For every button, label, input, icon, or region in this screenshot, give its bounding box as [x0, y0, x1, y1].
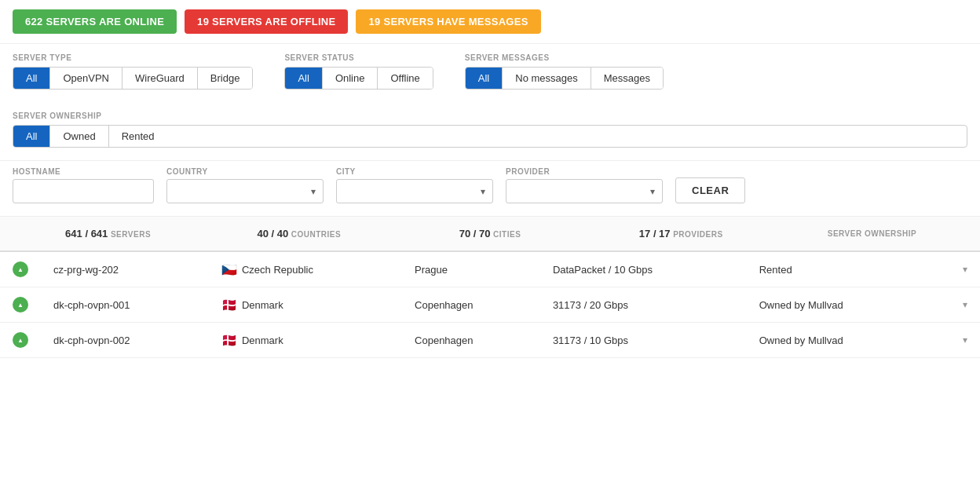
flag-icon: 🇨🇿	[221, 262, 237, 277]
server-messages-all-button[interactable]: All	[466, 68, 503, 89]
servers-count: 641 / 641	[65, 228, 108, 240]
status-dot	[13, 261, 28, 277]
offline-status-button[interactable]: 19 SERVERS ARE OFFLINE	[185, 9, 348, 34]
table-row: cz-prg-wg-202 🇨🇿 Czech Republic Prague D…	[0, 252, 980, 287]
chevron-down-icon[interactable]: ▾	[963, 299, 967, 310]
hostname-filter-block: HOSTNAME	[13, 167, 154, 203]
cities-label: CITIES	[493, 230, 521, 239]
server-messages-filter: SERVER MESSAGES All No messages Messages	[465, 53, 664, 90]
stats-countries: 40 / 40 COUNTRIES	[203, 223, 394, 244]
server-type-all-button[interactable]: All	[13, 68, 50, 89]
top-status-bar: 622 SERVERS ARE ONLINE 19 SERVERS ARE OF…	[0, 0, 980, 43]
server-status-offline-button[interactable]: Offline	[378, 68, 432, 89]
server-ownership-label: SERVER OWNERSHIP	[13, 112, 967, 120]
ownership-rented-button[interactable]: Rented	[109, 126, 167, 147]
ownership-value: Rented	[759, 264, 792, 276]
city-cell: Copenhagen	[402, 323, 540, 358]
server-messages-btn-group: All No messages Messages	[465, 67, 664, 90]
city-select[interactable]	[336, 179, 493, 203]
hostname-input[interactable]	[13, 179, 154, 203]
ownership-value: Owned by Mullvad	[759, 299, 843, 311]
ownership-cell: Rented ▾	[747, 252, 980, 287]
city-filter-block: CITY	[336, 167, 493, 203]
server-status-filter: SERVER STATUS All Online Offline	[284, 53, 433, 90]
ownership-value: Owned by Mullvad	[759, 335, 843, 346]
country-select[interactable]	[166, 179, 324, 203]
ownership-cell: Owned by Mullvad ▾	[747, 287, 980, 323]
online-status-button[interactable]: 622 SERVERS ARE ONLINE	[13, 9, 177, 34]
flag-icon: 🇩🇰	[221, 333, 237, 348]
filter-group-row1: SERVER TYPE All OpenVPN WireGuard Bridge…	[13, 53, 967, 90]
provider-cell: DataPacket / 10 Gbps	[540, 252, 747, 287]
table-row: dk-cph-ovpn-001 🇩🇰 Denmark Copenhagen 31…	[0, 287, 980, 323]
chevron-down-icon[interactable]: ▾	[963, 264, 967, 275]
server-messages-none-button[interactable]: No messages	[503, 68, 591, 89]
hostname-cell: dk-cph-ovpn-001	[41, 287, 209, 323]
provider-label: PROVIDER	[506, 167, 663, 176]
country-cell: 🇩🇰 Denmark	[209, 323, 402, 358]
server-type-bridge-button[interactable]: Bridge	[198, 68, 253, 89]
hostname-cell: dk-cph-ovpn-002	[41, 323, 209, 358]
server-status-all-button[interactable]: All	[285, 68, 322, 89]
provider-cell: 31173 / 20 Gbps	[540, 287, 747, 323]
stats-cities: 70 / 70 CITIES	[394, 223, 585, 244]
country-name: Denmark	[242, 335, 283, 346]
search-section: HOSTNAME COUNTRY CITY PROVIDER CLEAR	[0, 160, 980, 216]
server-type-btn-group: All OpenVPN WireGuard Bridge	[13, 67, 253, 90]
stats-servers: 641 / 641 SERVERS	[13, 223, 203, 244]
providers-count: 17 / 17	[639, 228, 671, 240]
status-cell	[0, 252, 41, 287]
country-cell: 🇩🇰 Denmark	[209, 287, 402, 323]
country-label: COUNTRY	[166, 167, 324, 176]
provider-cell: 31173 / 10 Gbps	[540, 323, 747, 358]
ownership-cell: Owned by Mullvad ▾	[747, 323, 980, 358]
city-cell: Prague	[402, 252, 540, 287]
stats-ownership-header: SERVER OWNERSHIP	[777, 229, 967, 238]
city-cell: Copenhagen	[402, 287, 540, 323]
hostname-label: HOSTNAME	[13, 167, 154, 176]
chevron-down-icon[interactable]: ▾	[963, 335, 967, 346]
ownership-all-button[interactable]: All	[13, 126, 50, 147]
hostname-cell: cz-prg-wg-202	[41, 252, 209, 287]
status-cell	[0, 287, 41, 323]
ownership-section: SERVER OWNERSHIP All Owned Rented	[0, 112, 980, 160]
server-status-label: SERVER STATUS	[284, 53, 433, 62]
filters-section: SERVER TYPE All OpenVPN WireGuard Bridge…	[0, 43, 980, 112]
stats-providers: 17 / 17 PROVIDERS	[586, 223, 777, 244]
messages-status-button[interactable]: 19 SERVERS HAVE MESSAGES	[356, 9, 540, 34]
status-dot	[13, 297, 28, 313]
stats-bar: 641 / 641 SERVERS 40 / 40 COUNTRIES 70 /…	[0, 216, 980, 252]
provider-select-wrapper	[506, 179, 663, 203]
ownership-owned-button[interactable]: Owned	[50, 126, 108, 147]
server-type-openvpn-button[interactable]: OpenVPN	[50, 68, 122, 89]
table-row: dk-cph-ovpn-002 🇩🇰 Denmark Copenhagen 31…	[0, 323, 980, 358]
city-select-wrapper	[336, 179, 493, 203]
server-type-filter: SERVER TYPE All OpenVPN WireGuard Bridge	[13, 53, 253, 90]
providers-label: PROVIDERS	[673, 230, 722, 239]
server-type-wireguard-button[interactable]: WireGuard	[122, 68, 198, 89]
cities-count: 70 / 70	[459, 228, 491, 240]
provider-select[interactable]	[506, 179, 663, 203]
server-type-label: SERVER TYPE	[13, 53, 253, 62]
server-messages-label: SERVER MESSAGES	[465, 53, 664, 62]
server-table: cz-prg-wg-202 🇨🇿 Czech Republic Prague D…	[0, 252, 980, 358]
country-name: Denmark	[242, 299, 283, 311]
servers-label: SERVERS	[111, 230, 151, 239]
status-cell	[0, 323, 41, 358]
server-status-online-button[interactable]: Online	[323, 68, 378, 89]
clear-button[interactable]: CLEAR	[675, 177, 745, 203]
flag-icon: 🇩🇰	[221, 298, 237, 313]
country-filter-block: COUNTRY	[166, 167, 324, 203]
country-name: Czech Republic	[242, 264, 313, 276]
server-status-btn-group: All Online Offline	[284, 67, 433, 90]
country-select-wrapper	[166, 179, 324, 203]
server-table-container: cz-prg-wg-202 🇨🇿 Czech Republic Prague D…	[0, 252, 980, 358]
server-messages-has-button[interactable]: Messages	[591, 68, 663, 89]
country-cell: 🇨🇿 Czech Republic	[209, 252, 402, 287]
server-ownership-btn-group: All Owned Rented	[13, 125, 967, 148]
city-label: CITY	[336, 167, 493, 176]
server-ownership-filter: SERVER OWNERSHIP All Owned Rented	[13, 112, 967, 148]
countries-count: 40 / 40	[257, 228, 288, 240]
countries-label: COUNTRIES	[291, 230, 341, 239]
provider-filter-block: PROVIDER	[506, 167, 663, 203]
